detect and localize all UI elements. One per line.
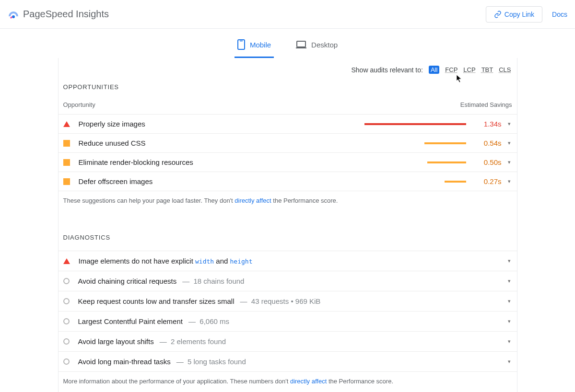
brand-logo-icon xyxy=(8,9,19,20)
opportunity-row[interactable]: Properly size images1.34s▾ xyxy=(59,114,517,133)
savings-value: 0.54s xyxy=(476,139,502,147)
severity-circle-icon xyxy=(63,318,70,324)
savings-value: 0.50s xyxy=(476,158,502,166)
diagnostic-row[interactable]: Image elements do not have explicit widt… xyxy=(59,251,517,271)
opportunity-title: Reduce unused CSS xyxy=(79,139,146,147)
diagnostic-row[interactable]: Avoid chaining critical requests— 18 cha… xyxy=(59,271,517,291)
severity-square-icon xyxy=(63,159,70,166)
chevron-down-icon: ▾ xyxy=(506,298,512,304)
diagnostic-detail: — 5 long tasks found xyxy=(176,357,246,366)
filter-all[interactable]: All xyxy=(429,66,439,74)
main-content: Show audits relevant to: All FCP LCP TBT… xyxy=(58,58,517,392)
svg-point-0 xyxy=(12,15,15,18)
savings-bar xyxy=(364,142,466,144)
severity-triangle-icon xyxy=(63,258,70,264)
chevron-down-icon: ▾ xyxy=(506,159,512,165)
diagnostic-detail: — 18 chains found xyxy=(182,277,244,285)
opportunity-title: Eliminate render-blocking resources xyxy=(79,158,193,166)
tab-mobile[interactable]: Mobile xyxy=(235,35,274,58)
chevron-down-icon: ▾ xyxy=(506,258,512,264)
brand-title: PageSpeed Insights xyxy=(23,9,109,20)
mobile-icon xyxy=(237,39,245,50)
diagnostic-row[interactable]: Largest Contentful Paint element— 6,060 … xyxy=(59,311,517,331)
severity-circle-icon xyxy=(63,278,70,284)
opportunities-footnote: These suggestions can help your page loa… xyxy=(59,191,517,214)
tab-desktop-label: Desktop xyxy=(311,41,338,49)
svg-rect-3 xyxy=(297,41,305,47)
savings-value: 1.34s xyxy=(476,120,502,128)
diagnostics-heading: DIAGNOSTICS xyxy=(59,234,517,244)
filter-cls[interactable]: CLS xyxy=(499,66,511,73)
col-savings: Estimated Savings xyxy=(460,101,512,108)
app-header: PageSpeed Insights Copy Link Docs xyxy=(0,0,575,29)
diagnostics-footnote: More information about the performance o… xyxy=(59,372,517,392)
diagnostic-title: Avoid long main-thread tasks xyxy=(78,357,171,366)
tab-mobile-label: Mobile xyxy=(250,41,271,49)
directly-affect-link[interactable]: directly affect xyxy=(235,197,271,204)
severity-circle-icon xyxy=(63,298,70,304)
copy-link-button[interactable]: Copy Link xyxy=(486,6,542,23)
chevron-down-icon: ▾ xyxy=(506,140,512,146)
severity-square-icon xyxy=(63,140,70,147)
diagnostics-list: Image elements do not have explicit widt… xyxy=(59,251,517,372)
brand[interactable]: PageSpeed Insights xyxy=(8,9,109,20)
diagnostic-title: Largest Contentful Paint element xyxy=(78,317,183,325)
opportunities-list: Properly size images1.34s▾Reduce unused … xyxy=(59,114,517,191)
severity-triangle-icon xyxy=(63,121,70,127)
diagnostic-title: Avoid large layout shifts xyxy=(78,337,154,346)
header-actions: Copy Link Docs xyxy=(486,6,567,23)
tab-desktop[interactable]: Desktop xyxy=(293,35,340,58)
diagnostic-title: Image elements do not have explicit widt… xyxy=(79,257,253,265)
docs-link[interactable]: Docs xyxy=(552,11,567,18)
opportunity-row[interactable]: Reduce unused CSS0.54s▾ xyxy=(59,133,517,152)
diagnostic-detail: — 2 elements found xyxy=(160,337,226,346)
opportunity-row[interactable]: Defer offscreen images0.27s▾ xyxy=(59,172,517,191)
opportunity-title: Properly size images xyxy=(79,120,145,128)
desktop-icon xyxy=(296,41,306,48)
opportunity-row[interactable]: Eliminate render-blocking resources0.50s… xyxy=(59,152,517,172)
savings-value: 0.27s xyxy=(476,177,502,185)
diagnostic-title: Keep request counts low and transfer siz… xyxy=(78,297,235,305)
filter-label: Show audits relevant to: xyxy=(351,66,422,74)
mouse-cursor-icon xyxy=(456,74,463,83)
chevron-down-icon: ▾ xyxy=(506,338,512,345)
filter-fcp[interactable]: FCP xyxy=(445,66,458,73)
directly-affect-link-2[interactable]: directly affect xyxy=(290,378,327,385)
chevron-down-icon: ▾ xyxy=(506,121,512,127)
link-icon xyxy=(494,11,502,18)
col-opportunity: Opportunity xyxy=(63,101,95,108)
severity-square-icon xyxy=(63,178,70,185)
savings-bar xyxy=(364,181,466,183)
opportunities-heading: OPPORTUNITIES xyxy=(59,83,517,93)
opportunities-table-head: Opportunity Estimated Savings xyxy=(59,93,517,114)
diagnostic-title: Avoid chaining critical requests xyxy=(78,277,177,285)
diagnostic-row[interactable]: Keep request counts low and transfer siz… xyxy=(59,291,517,311)
savings-bar xyxy=(364,161,466,163)
chevron-down-icon: ▾ xyxy=(506,358,512,365)
severity-circle-icon xyxy=(63,338,70,345)
diagnostic-row[interactable]: Avoid long main-thread tasks— 5 long tas… xyxy=(59,351,517,372)
chevron-down-icon: ▾ xyxy=(506,318,512,324)
severity-circle-icon xyxy=(63,358,70,365)
diagnostic-detail: — 6,060 ms xyxy=(188,317,229,325)
audit-filter-row: Show audits relevant to: All FCP LCP TBT… xyxy=(59,58,517,79)
chevron-down-icon: ▾ xyxy=(506,278,512,284)
savings-bar xyxy=(364,123,466,125)
diagnostic-detail: — 43 requests • 969 KiB xyxy=(240,297,321,305)
filter-lcp[interactable]: LCP xyxy=(463,66,475,73)
opportunity-title: Defer offscreen images xyxy=(79,177,153,185)
filter-tbt[interactable]: TBT xyxy=(481,66,493,73)
device-tabs: Mobile Desktop xyxy=(0,29,575,58)
copy-link-label: Copy Link xyxy=(505,11,534,18)
diagnostic-row[interactable]: Avoid large layout shifts— 2 elements fo… xyxy=(59,331,517,351)
chevron-down-icon: ▾ xyxy=(506,178,512,184)
